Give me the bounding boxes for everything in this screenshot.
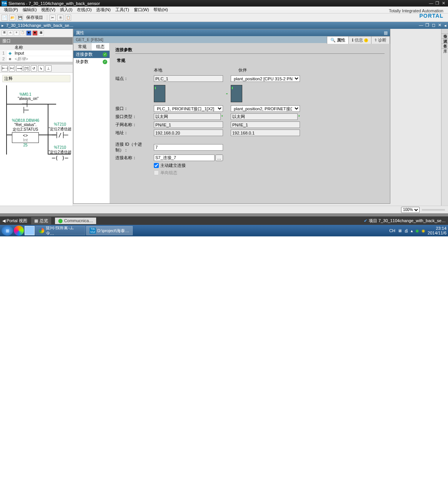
interface-row-input[interactable]: 1 ◈ Input xyxy=(0,50,73,56)
ladder-tool-end[interactable]: ⊥ xyxy=(45,65,52,71)
close-button[interactable]: ✕ xyxy=(440,1,446,6)
connname-input[interactable] xyxy=(154,155,215,161)
left-tool-1[interactable]: ⊞ xyxy=(2,30,7,36)
connname-browse-button[interactable]: … xyxy=(215,155,223,161)
menu-online[interactable]: 在线(O) xyxy=(75,7,94,13)
ladder-tool-coil[interactable]: ⟶ xyxy=(16,65,22,71)
ladder-tool-contact[interactable]: ⊢⊣ xyxy=(2,65,8,71)
menu-edit[interactable]: 编辑(E) xyxy=(20,7,39,13)
tab-info[interactable]: ℹ信息! xyxy=(348,36,371,44)
interface-local-select[interactable]: PLC_1, PROFINET接口_1[X2] xyxy=(154,105,223,112)
compare-box[interactable]: <> Int xyxy=(12,132,39,143)
left-tool-4[interactable]: 📋 xyxy=(20,30,25,36)
app-icon: TIA xyxy=(2,1,7,6)
tab-properties[interactable]: 🔍属性 xyxy=(327,36,349,44)
portal-view-button[interactable]: ◀ Portal 视图 xyxy=(2,218,27,224)
ladder-editor[interactable]: 注释 %M0.1 "always_on" ─┤ ├─ %DB18.DBW46 "… xyxy=(0,73,73,206)
editor-close-button[interactable]: ✕ xyxy=(437,23,442,28)
comment-bar[interactable]: 注释 xyxy=(2,75,70,82)
endpoint-partner-select[interactable]: plant_position2 [CPU 315-2 PN/DP] xyxy=(231,75,300,82)
name-t210-1: "定位2通信超 xyxy=(48,126,72,132)
nav-right-icon[interactable]: ◂ xyxy=(444,23,446,28)
clock[interactable]: 23:14 2014/11/6 xyxy=(428,226,446,235)
ladder-tool-branch2[interactable]: ↳ xyxy=(38,65,44,71)
overview-button[interactable]: ▦总览 xyxy=(31,217,51,224)
tray-shield-icon[interactable]: ◉ xyxy=(415,228,419,233)
address-local-input xyxy=(154,130,223,136)
right-tab-instructions[interactable]: 指令 xyxy=(441,29,448,34)
left-tool-7[interactable]: ▦ xyxy=(38,30,44,36)
endpoint-local-input[interactable] xyxy=(154,75,223,82)
nav-tab-config[interactable]: 组态 xyxy=(92,43,110,50)
tray-orb-icon[interactable]: ◉ xyxy=(421,228,425,233)
nav-item-connection-params[interactable]: 连接参数✓ xyxy=(73,51,110,58)
minimize-button[interactable]: — xyxy=(428,1,434,6)
right-tab-tasks[interactable]: 任务 xyxy=(441,39,448,44)
open-project-button[interactable]: 📂 xyxy=(9,15,15,21)
name-db2: 定位2.STATUS xyxy=(12,127,39,132)
properties-panel: 属性 ▥ GET_E [FB34] 🔍属性 ℹ信息! ⚕诊断 常规 组态 连接参… xyxy=(73,29,390,204)
contact-nc-icon[interactable]: ─┤/├─ xyxy=(48,132,72,138)
maximize-button[interactable]: ❐ xyxy=(434,1,440,6)
left-tool-2[interactable]: ⎌ xyxy=(8,30,13,36)
nav-tab-general[interactable]: 常规 xyxy=(73,43,92,50)
zoom-select[interactable]: 100% xyxy=(401,207,420,213)
properties-content: 连接参数 常规 本地 伙伴 端点： plant_position2 [CPU 3… xyxy=(110,43,390,203)
device-partner-icon xyxy=(231,85,242,102)
task-tia[interactable]: TIAV12 D:\project\海泰… xyxy=(86,226,133,235)
tab-diagnostics[interactable]: ⚕诊断 xyxy=(371,36,390,44)
active-connection-checkbox[interactable] xyxy=(154,163,159,168)
cut-button[interactable]: ✂ xyxy=(50,15,56,21)
new-project-button[interactable]: 📄 xyxy=(2,15,8,21)
menubar: 项目(P) 编辑(E) 视图(V) 插入(I) 在线(O) 选项(N) 工具(T… xyxy=(0,7,448,13)
tray-icon-2[interactable]: 🖨 xyxy=(404,228,408,233)
ladder-tool-box[interactable]: [?] xyxy=(23,65,30,71)
right-tab-libraries[interactable]: 库 xyxy=(441,44,448,49)
start-button[interactable]: ⊞ xyxy=(2,226,13,236)
tray-icon-1[interactable]: 🖥 xyxy=(398,228,402,233)
communication-button[interactable]: ⬤Commucnica… xyxy=(55,218,96,224)
endpoint-label: 端点： xyxy=(115,76,154,81)
app-shortcut-1[interactable] xyxy=(14,226,24,236)
ime-indicator[interactable]: CH xyxy=(389,228,395,233)
connid-input[interactable] xyxy=(154,144,223,151)
menu-project[interactable]: 项目(P) xyxy=(2,7,20,13)
menu-help[interactable]: 帮助(H) xyxy=(151,7,170,13)
task-chrome[interactable]: 提问-找答案-工业… xyxy=(35,226,85,235)
editor-minimize-button[interactable]: — xyxy=(418,23,424,28)
ladder-tool-ncontact[interactable]: ⊢/⊣ xyxy=(9,65,15,71)
save-button[interactable]: 💾 xyxy=(17,15,23,21)
ladder-tool-branch[interactable]: ↺ xyxy=(31,65,37,71)
app-shortcut-2[interactable] xyxy=(25,226,35,235)
coil-icon[interactable]: ─( )─ xyxy=(48,155,72,161)
nav-item-block-params[interactable]: 块参数✓ xyxy=(73,58,110,65)
menu-tools[interactable]: 工具(T) xyxy=(113,7,132,13)
menu-view[interactable]: 视图(V) xyxy=(39,7,58,13)
menu-window[interactable]: 窗口(W) xyxy=(132,7,152,13)
interface-row-add[interactable]: 2 ■ <新增> xyxy=(0,56,73,62)
interface-partner-select[interactable]: plant_position2, PROFINET接口_1[X2] xyxy=(231,105,300,112)
menu-insert[interactable]: 插入(I) xyxy=(58,7,75,13)
main-toolbar: 📄 📂 💾 保存项目 ✂ ⎘ 📋 xyxy=(0,13,448,22)
left-tool-3[interactable]: ≡ xyxy=(14,30,19,36)
tray-up-icon[interactable]: ▴ xyxy=(411,228,413,233)
left-tool-5[interactable]: ■ xyxy=(26,30,32,36)
editor-maximize-button[interactable]: ◻ xyxy=(431,23,436,28)
net-icon: ▪ xyxy=(222,113,223,120)
left-tool-6[interactable]: ■ xyxy=(32,30,38,36)
zoom-slider[interactable] xyxy=(422,209,445,211)
editor-restore-button[interactable]: ❐ xyxy=(425,23,430,28)
properties-menu-icon[interactable]: ▥ xyxy=(384,30,388,35)
nav-left-icon[interactable]: ▸ xyxy=(2,23,4,28)
name-t210-2: "定位2通信超 xyxy=(48,150,72,155)
copy-button[interactable]: ⎘ xyxy=(57,15,63,21)
paste-button[interactable]: 📋 xyxy=(65,15,71,21)
right-tab-test[interactable]: 测试 xyxy=(441,34,448,39)
menu-options[interactable]: 选项(N) xyxy=(94,7,113,13)
search-icon: 🔍 xyxy=(330,38,336,43)
interface-label: 接口： xyxy=(115,106,154,111)
column-local-header: 本地 xyxy=(154,67,231,73)
diag-icon: ⚕ xyxy=(375,38,377,43)
contact-no-icon[interactable]: ─┤ ├─ xyxy=(18,101,33,113)
properties-top-tabs: 🔍属性 ℹ信息! ⚕诊断 xyxy=(327,36,390,44)
